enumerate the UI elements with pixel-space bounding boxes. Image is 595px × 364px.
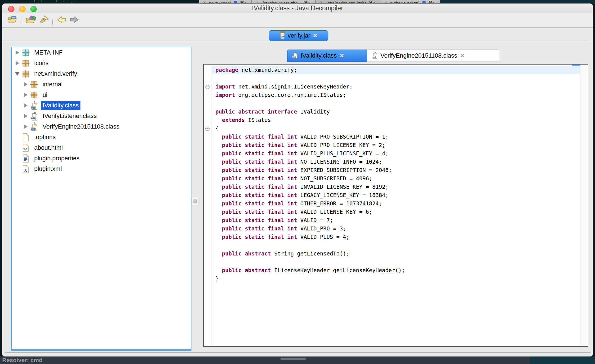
- code-line[interactable]: package net.xmind.verify;: [212, 66, 580, 74]
- editor-tab-verifyengine20151108-class[interactable]: 010VerifyEngine20151108.class✕: [367, 50, 499, 62]
- tree-item-label[interactable]: about.html: [33, 143, 65, 152]
- code-line[interactable]: public static final int NOT_SUBSCRIBED =…: [212, 174, 580, 183]
- code-line[interactable]: {: [212, 124, 580, 133]
- back-button[interactable]: [55, 15, 68, 26]
- tree-item-label[interactable]: VerifyEngine20151108.class: [41, 122, 121, 131]
- code-line[interactable]: [212, 258, 580, 266]
- code-text-area[interactable]: package net.xmind.verify;import net.xmin…: [212, 66, 580, 283]
- tree-expand-arrow-icon[interactable]: [22, 82, 29, 87]
- code-keyword: int: [287, 142, 297, 148]
- code-text: [242, 234, 245, 240]
- code-keyword: public: [222, 217, 241, 223]
- forward-arrow-icon: [69, 15, 80, 26]
- tree-item-label[interactable]: net.xmind.verify: [33, 69, 79, 78]
- code-text: [242, 175, 245, 182]
- tree-item-iverifylistener-class[interactable]: 010IVerifyListener.class: [12, 111, 191, 121]
- splitter-handle[interactable]: [191, 197, 199, 205]
- code-line[interactable]: import net.xmind.signin.ILicenseKeyHeade…: [212, 83, 580, 91]
- tree-item-internal[interactable]: internal: [12, 79, 191, 90]
- code-text: [284, 209, 287, 215]
- search-button[interactable]: [37, 15, 50, 26]
- forward-button[interactable]: [68, 15, 81, 26]
- tree-item-meta-inf[interactable]: META-INF: [12, 47, 191, 58]
- code-keyword: final: [268, 234, 284, 240]
- code-text: [215, 117, 222, 123]
- tree-item-net-xmind-verify[interactable]: net.xmind.verify: [12, 68, 191, 79]
- code-line[interactable]: public static final int INVALID_LICENSE_…: [212, 183, 580, 191]
- editor-tab-close-icon[interactable]: ✕: [460, 52, 465, 59]
- tree-expand-arrow-icon[interactable]: [22, 114, 29, 118]
- tree-item--options[interactable]: .options: [12, 132, 191, 142]
- tree-item-icons[interactable]: icons: [12, 58, 191, 68]
- fold-collapse-icon[interactable]: [205, 126, 210, 131]
- tree-item-label[interactable]: plugin.xml: [33, 164, 63, 173]
- tree-expand-arrow-icon[interactable]: [22, 103, 29, 108]
- terminal-tab[interactable]: ✕nexo (node)⌘1: [199, 0, 252, 4]
- code-line[interactable]: [212, 241, 580, 250]
- terminal-tab[interactable]: ✕..ons/XMind.app (zsh)⌘3: [316, 0, 380, 4]
- code-line[interactable]: public static final int VALID_LICENSE_KE…: [212, 208, 580, 216]
- code-line[interactable]: }: [212, 275, 580, 283]
- tree-expand-arrow-icon[interactable]: [13, 50, 21, 55]
- code-line[interactable]: public static final int LEGACY_LICENSE_K…: [212, 191, 580, 200]
- tree-item-label[interactable]: IValidity.class: [41, 101, 80, 110]
- tree-item-plugin-properties[interactable]: plugin.properties: [12, 153, 191, 164]
- open-file-button[interactable]: [7, 15, 19, 26]
- tree-item-ivalidity-class[interactable]: 010IValidity.class: [12, 100, 191, 111]
- code-line[interactable]: public static final int VALID_PRO_SUBSCR…: [212, 133, 580, 141]
- terminal-tab[interactable]: ✕python (Python)⌘4: [380, 0, 440, 4]
- tree-item-about-html[interactable]: <>about.html: [12, 142, 191, 153]
- tree-item-label[interactable]: icons: [33, 59, 50, 68]
- code-keyword: package: [215, 67, 238, 73]
- tree-item-verifyengine20151108-class[interactable]: 010VerifyEngine20151108.class: [12, 121, 191, 132]
- tree-item-label[interactable]: ui: [41, 90, 49, 99]
- code-keyword: public: [222, 200, 241, 207]
- code-text: VALID_PRO_LICENSE_KEY = 2;: [297, 142, 385, 148]
- code-keyword: int: [287, 159, 297, 165]
- open-type-button[interactable]: [24, 15, 37, 26]
- code-line[interactable]: public static final int OTHER_ERROR = 10…: [212, 200, 580, 208]
- code-text: [284, 175, 287, 182]
- code-line[interactable]: public static final int NO_LICENSING_INF…: [212, 158, 580, 166]
- code-text: [215, 175, 222, 182]
- editor-tab-ivalidity-class[interactable]: 010IValidity.class✕: [287, 50, 367, 62]
- code-keyword: final: [268, 209, 284, 215]
- code-keyword: int: [287, 234, 297, 240]
- tree-item-label[interactable]: IVerifyListener.class: [41, 112, 98, 120]
- code-keyword: extends: [222, 117, 245, 123]
- code-line[interactable]: public abstract ILicenseKeyHeader getLic…: [212, 266, 580, 275]
- code-line[interactable]: public static final int VALID_PRO = 3;: [212, 225, 580, 233]
- code-line[interactable]: public abstract String getLicensedTo();: [212, 250, 580, 258]
- code-panel[interactable]: package net.xmind.verify;import net.xmin…: [203, 64, 588, 347]
- tree-expand-arrow-icon[interactable]: [13, 61, 21, 65]
- code-line[interactable]: public static final int VALID_PLUS = 4;: [212, 233, 580, 241]
- tree-item-label[interactable]: .options: [33, 133, 57, 142]
- code-line[interactable]: public abstract interface IValidity: [212, 108, 580, 116]
- window-titlebar[interactable]: IValidity.class - Java Decompiler: [2, 4, 593, 13]
- editor-scrollbar-track[interactable]: [580, 65, 588, 346]
- code-keyword: final: [268, 142, 284, 148]
- code-line[interactable]: public static final int EXPIRED_SUBSCRIP…: [212, 166, 580, 174]
- tree-expand-arrow-icon[interactable]: [13, 72, 21, 76]
- jar-tab-verify[interactable]: 010 verify.jar ✕: [269, 30, 328, 41]
- tree-expand-arrow-icon[interactable]: [22, 93, 29, 97]
- tree-item-label[interactable]: META-INF: [33, 48, 64, 57]
- code-line[interactable]: [212, 99, 580, 108]
- code-line[interactable]: extends IStatus: [212, 116, 580, 124]
- fold-collapse-icon[interactable]: [205, 85, 210, 89]
- tree-item-label[interactable]: internal: [41, 80, 64, 89]
- jar-tab-close-icon[interactable]: ✕: [313, 33, 318, 38]
- editor-tab-close-icon[interactable]: ✕: [340, 53, 344, 58]
- chevron-right-icon: [24, 93, 28, 97]
- tree-item-label[interactable]: plugin.properties: [33, 154, 81, 163]
- code-line[interactable]: import org.eclipse.core.runtime.IStatus;: [212, 91, 580, 99]
- search-icon: [38, 15, 49, 26]
- code-line[interactable]: [212, 74, 580, 83]
- terminal-tab[interactable]: ✕./autobow.py (pytho...⌘2: [252, 0, 316, 4]
- tree-expand-arrow-icon[interactable]: [22, 124, 29, 129]
- tree-item-ui[interactable]: ui: [12, 90, 191, 100]
- code-line[interactable]: public static final int VALID_PRO_LICENS…: [212, 141, 580, 149]
- code-line[interactable]: public static final int VALID = 7;: [212, 216, 580, 225]
- tree-item-plugin-xml[interactable]: Xplugin.xml: [12, 164, 191, 174]
- code-line[interactable]: public static final int VALID_PLUS_LICEN…: [212, 149, 580, 158]
